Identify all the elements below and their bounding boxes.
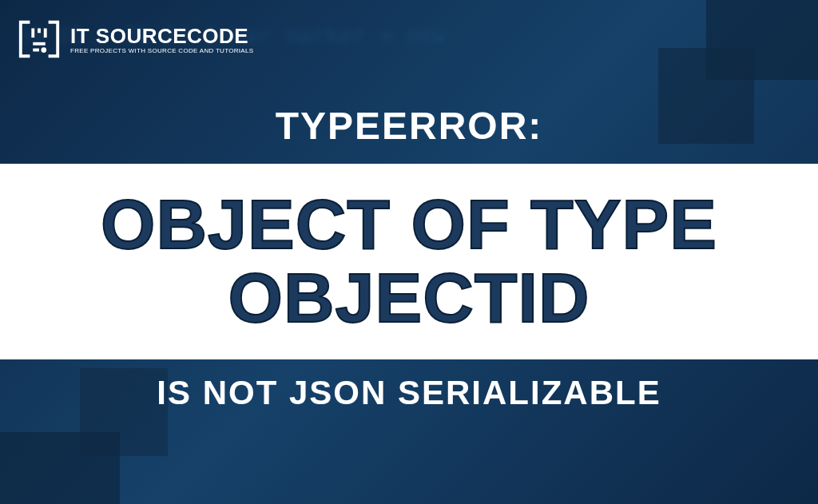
svg-point-5: [42, 49, 45, 51]
logo-icon: [16, 16, 62, 62]
logo: IT SOURCECODE FREE PROJECTS WITH SOURCE …: [16, 16, 253, 62]
main-content: TYPEERROR: OBJECT OF TYPE OBJECTID IS NO…: [0, 104, 818, 412]
logo-title: IT SOURCECODE: [70, 24, 253, 49]
error-type-label: TYPEERROR:: [276, 104, 543, 148]
error-detail-text: IS NOT JSON SERIALIZABLE: [157, 374, 661, 412]
error-main-text: OBJECT OF TYPE OBJECTID: [16, 188, 802, 335]
logo-text: IT SOURCECODE FREE PROJECTS WITH SOURCE …: [70, 24, 253, 54]
white-banner: OBJECT OF TYPE OBJECTID: [0, 164, 818, 359]
logo-subtitle: FREE PROJECTS WITH SOURCE CODE AND TUTOR…: [70, 47, 253, 54]
